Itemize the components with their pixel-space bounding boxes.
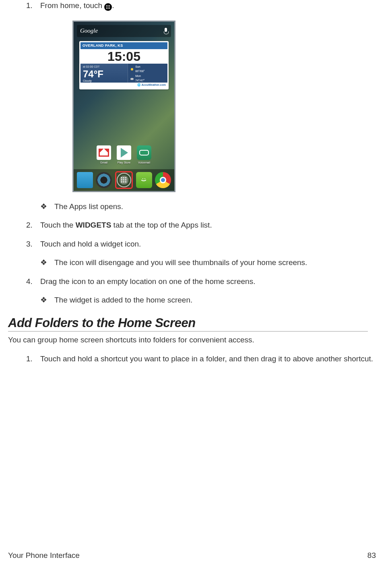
svg-rect-5 <box>109 7 110 8</box>
chrome-dock-icon <box>155 172 171 188</box>
diamond-bullet-icon: ❖ <box>40 201 47 213</box>
diamond-bullet-icon: ❖ <box>40 294 47 306</box>
folders-step-1: 1. Touch and hold a shortcut you want to… <box>26 353 376 365</box>
apps-launcher-icon <box>117 173 131 187</box>
weather-condition: Cloudy <box>83 79 125 83</box>
forecast-hilo: 74°/47° <box>135 79 144 83</box>
google-logo: Google <box>80 26 98 35</box>
sub-text: The Apps list opens. <box>54 202 123 211</box>
camera-dock-icon <box>96 172 112 188</box>
step-text: From home, touch <box>40 1 104 10</box>
sun-icon <box>130 67 134 71</box>
sub-text: The widget is added to the home screen. <box>54 296 192 304</box>
weather-current: at 02:00 CDT 74°F Cloudy <box>80 64 128 83</box>
forecast-hilo: 86°/68° <box>135 69 144 74</box>
step-number: 3. <box>26 238 33 250</box>
svg-rect-4 <box>108 7 109 8</box>
svg-rect-1 <box>108 5 109 6</box>
step-4: 4. Drag the icon to an empty location on… <box>26 276 376 306</box>
svg-point-10 <box>130 78 134 80</box>
app-label: Gmail <box>95 161 112 165</box>
sub-bullet: ❖ The icon will disengage and you will s… <box>40 257 376 269</box>
step-3: 3. Touch and hold a widget icon. ❖ The i… <box>26 238 376 269</box>
step-text: Touch the <box>40 221 76 229</box>
app-label: Play Store <box>116 161 132 165</box>
step-text-after: . <box>112 1 114 10</box>
weather-provider: 🌐 AccuWeather.com <box>80 83 167 88</box>
section-heading: Add Folders to the Home Screen <box>8 316 368 332</box>
svg-rect-2 <box>109 5 110 6</box>
weather-location: OVERLAND PARK, KS <box>80 42 167 50</box>
home-screenshot: Google OVERLAND PARK, KS 15:05 at 02:00 … <box>72 21 376 192</box>
svg-point-9 <box>131 68 133 70</box>
page-footer: Your Phone Interface 83 <box>8 551 376 560</box>
phone-dock-icon <box>77 172 93 188</box>
weather-time: 15:05 <box>80 49 167 64</box>
step-number: 1. <box>26 353 33 365</box>
home-apps-row: Gmail Play Store Voicemail <box>74 145 174 165</box>
svg-rect-0 <box>106 5 107 6</box>
footer-page-number: 83 <box>367 551 376 560</box>
playstore-icon <box>117 145 131 160</box>
voicemail-icon <box>137 145 151 160</box>
widgets-label: WIDGETS <box>76 221 111 229</box>
footer-section: Your Phone Interface <box>8 551 80 560</box>
svg-rect-6 <box>106 8 107 9</box>
playstore-app: Play Store <box>116 145 132 165</box>
phone-frame: Google OVERLAND PARK, KS 15:05 at 02:00 … <box>72 21 175 192</box>
voicemail-app: Voicemail <box>136 145 153 165</box>
messaging-dock-icon <box>136 172 152 188</box>
apps-icon <box>104 3 112 11</box>
step-text: Touch and hold a widget icon. <box>40 240 141 248</box>
gmail-app: Gmail <box>95 145 112 165</box>
sub-bullet: ❖ The widget is added to the home screen… <box>40 294 376 306</box>
forecast-day: Mon <box>135 74 144 79</box>
step-text: Touch and hold a shortcut you want to pl… <box>40 354 373 363</box>
search-bar: Google <box>77 25 171 37</box>
svg-rect-3 <box>106 7 107 8</box>
diamond-bullet-icon: ❖ <box>40 257 47 269</box>
weather-subtime: at 02:00 CDT <box>83 65 125 69</box>
weather-forecast: Sun 86°/68° Mon 74°/47° <box>128 64 167 83</box>
step-number: 2. <box>26 220 33 231</box>
sub-text: The icon will disengage and you will see… <box>54 258 307 267</box>
step-1: 1. From home, touch . Google OVERLAND PA… <box>26 0 376 212</box>
apps-launcher-highlight <box>115 171 133 189</box>
step-text: Drag the icon to an empty location on on… <box>40 277 255 286</box>
svg-rect-7 <box>108 8 109 9</box>
app-label: Voicemail <box>136 161 153 165</box>
step-2: 2. Touch the WIDGETS tab at the top of t… <box>26 220 376 231</box>
dock <box>74 169 174 191</box>
step-number: 4. <box>26 276 33 288</box>
svg-rect-8 <box>109 8 110 9</box>
section-description: You can group home screen shortcuts into… <box>8 335 376 346</box>
step-text-after: tab at the top of the Apps list. <box>111 221 212 229</box>
weather-temp: 74°F <box>83 69 125 79</box>
forecast-day: Sun <box>135 65 144 69</box>
step-number: 1. <box>26 0 33 12</box>
mic-icon <box>164 28 168 34</box>
cloud-icon <box>130 77 134 81</box>
gmail-icon <box>97 145 111 160</box>
weather-widget: OVERLAND PARK, KS 15:05 at 02:00 CDT 74°… <box>79 41 169 89</box>
sub-bullet: ❖ The Apps list opens. <box>40 201 376 213</box>
